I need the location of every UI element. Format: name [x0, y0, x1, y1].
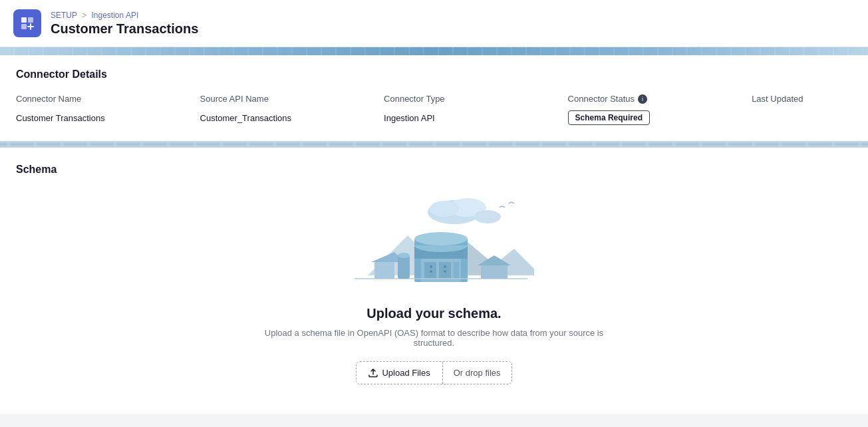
upload-title: Upload your schema. — [366, 306, 501, 321]
top-banner — [0, 47, 868, 55]
status-label-text: Connector Status — [568, 94, 635, 104]
section-divider — [0, 141, 868, 148]
page-header: SETUP > Ingestion API Customer Transacti… — [0, 0, 868, 47]
connector-name-value: Customer Transactions — [16, 108, 200, 128]
connector-status-value: Schema Required — [568, 108, 752, 128]
connector-updated-value — [752, 108, 852, 128]
svg-rect-26 — [398, 255, 410, 279]
svg-rect-0 — [21, 17, 27, 23]
breadcrumb: SETUP > Ingestion API — [51, 11, 198, 20]
svg-point-21 — [444, 265, 446, 268]
connector-source-value: Customer_Transactions — [200, 108, 384, 128]
svg-point-27 — [398, 253, 410, 258]
breadcrumb-api[interactable]: Ingestion API — [92, 11, 139, 20]
schema-section: Schema — [0, 148, 868, 414]
app-icon — [13, 9, 41, 37]
svg-point-6 — [474, 210, 501, 223]
connector-details-table: Connector Name Source API Name Connector… — [16, 91, 852, 128]
upload-area: Upload your schema. Upload a schema file… — [16, 189, 852, 384]
svg-point-22 — [444, 270, 446, 273]
svg-rect-24 — [374, 262, 394, 279]
connector-type-value: Ingestion API — [384, 108, 568, 128]
svg-point-5 — [430, 201, 459, 217]
col-header-updated: Last Updated — [752, 91, 852, 108]
svg-rect-16 — [424, 262, 436, 278]
svg-point-14 — [414, 232, 468, 245]
header-text-group: SETUP > Ingestion API Customer Transacti… — [51, 11, 198, 37]
breadcrumb-setup[interactable]: SETUP — [51, 11, 77, 20]
connector-details-title: Connector Details — [16, 69, 852, 80]
status-info-icon[interactable]: i — [638, 94, 647, 104]
svg-rect-1 — [28, 17, 33, 23]
svg-point-20 — [430, 270, 432, 273]
col-header-status: Connector Status i — [568, 91, 752, 108]
status-badge: Schema Required — [568, 110, 650, 125]
svg-rect-2 — [21, 24, 27, 29]
col-header-type: Connector Type — [384, 91, 568, 108]
connector-details-card: Connector Details Connector Name Source … — [0, 55, 868, 141]
svg-rect-18 — [454, 262, 459, 278]
svg-point-19 — [430, 265, 432, 268]
drop-files-label: Or drop files — [443, 362, 511, 384]
page-title: Customer Transactions — [51, 21, 198, 37]
upload-files-button[interactable]: Upload Files — [357, 362, 442, 384]
upload-illustration — [335, 189, 534, 295]
svg-rect-28 — [481, 265, 507, 279]
col-header-source: Source API Name — [200, 91, 384, 108]
upload-description: Upload a schema file in OpenAPI (OAS) fo… — [248, 328, 621, 348]
upload-btn-label: Upload Files — [382, 368, 430, 378]
col-header-name: Connector Name — [16, 91, 200, 108]
breadcrumb-separator: > — [82, 11, 86, 20]
schema-section-title: Schema — [16, 164, 852, 176]
upload-icon — [368, 368, 378, 378]
connector-row: Customer Transactions Customer_Transacti… — [16, 108, 852, 128]
upload-controls: Upload Files Or drop files — [356, 361, 511, 384]
